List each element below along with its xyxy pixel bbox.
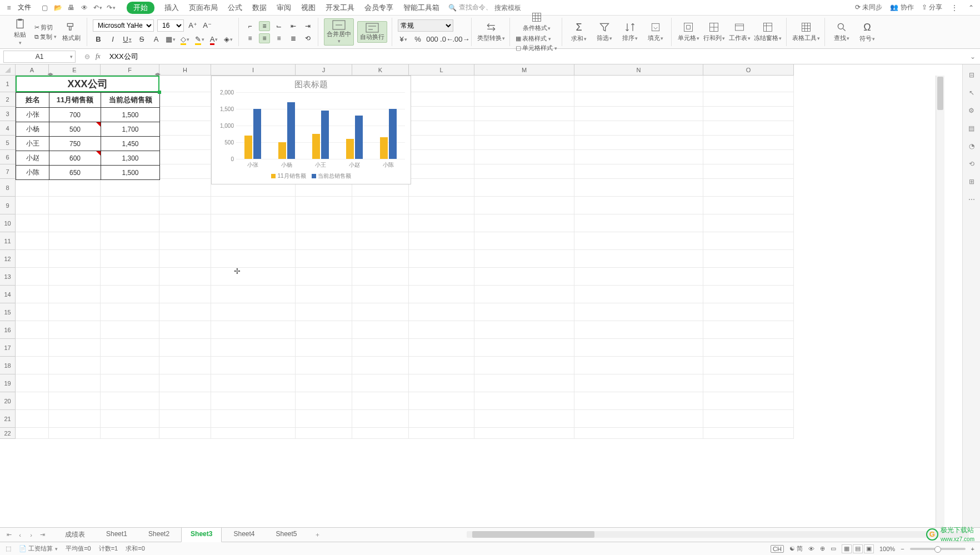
thousands-icon[interactable]: 000 bbox=[427, 34, 438, 45]
collab-button[interactable]: 👥 协作 bbox=[890, 3, 913, 12]
row-header-20[interactable]: 20 bbox=[0, 392, 16, 410]
align-right-icon[interactable]: ≡ bbox=[273, 33, 284, 43]
redo-icon[interactable]: ↷▾ bbox=[107, 3, 116, 12]
font-color-button[interactable]: A▾ bbox=[208, 34, 219, 45]
row-header-19[interactable]: 19 bbox=[0, 374, 16, 392]
row-header-18[interactable]: 18 bbox=[0, 357, 16, 374]
indent-decrease-icon[interactable]: ⇤ bbox=[288, 21, 299, 31]
sum-button[interactable]: Σ求和▾ bbox=[568, 22, 590, 43]
row-header-15[interactable]: 15 bbox=[0, 303, 16, 321]
row-header-13[interactable]: 13 bbox=[0, 268, 16, 286]
highlight-button[interactable]: ✎▾ bbox=[194, 34, 205, 45]
format-painter-button[interactable]: 格式刷 bbox=[60, 22, 82, 42]
row-header-16[interactable]: 16 bbox=[0, 321, 16, 339]
row-header-6[interactable]: 6 bbox=[0, 150, 16, 164]
row-col-button[interactable]: 行和列▾ bbox=[703, 22, 725, 42]
worksheet-button[interactable]: 工作表▾ bbox=[728, 22, 751, 42]
row-header-22[interactable]: 22 bbox=[0, 428, 16, 439]
new-icon[interactable]: ▢ bbox=[40, 3, 49, 12]
zoom-out-icon[interactable]: − bbox=[901, 546, 904, 552]
decrease-decimal-icon[interactable]: .0← bbox=[441, 34, 452, 45]
merged-title-cell[interactable]: XXX公司 ◂▸ ◂▸ bbox=[16, 76, 159, 92]
freeze-panes-button[interactable]: 冻结窗格▾ bbox=[754, 22, 782, 42]
col-header-E[interactable]: E bbox=[49, 64, 101, 76]
zoom-slider[interactable] bbox=[910, 548, 966, 550]
tab-first-icon[interactable]: ⇤ bbox=[4, 531, 13, 539]
fill-button[interactable]: 填充▾ bbox=[644, 22, 667, 42]
row-header-3[interactable]: 3 bbox=[0, 107, 16, 121]
view-custom-icon[interactable]: ▣ bbox=[864, 544, 874, 553]
eye-icon[interactable]: 👁 bbox=[808, 546, 814, 552]
sort-button[interactable]: 排序▾ bbox=[619, 22, 641, 42]
italic-button[interactable]: I bbox=[107, 34, 118, 45]
merge-center-button[interactable]: 合并居中▾ bbox=[324, 18, 354, 46]
sheet-tab-成绩表[interactable]: 成绩表 bbox=[56, 527, 94, 542]
underline-button[interactable]: U▾ bbox=[122, 34, 133, 45]
side-collapse-icon[interactable]: ⊟ bbox=[967, 70, 977, 80]
increase-font-icon[interactable]: A⁺ bbox=[187, 20, 198, 31]
tab-next-icon[interactable]: › bbox=[27, 531, 36, 539]
col-header-J[interactable]: J bbox=[296, 64, 352, 76]
sheet-tab-Sheet3[interactable]: Sheet3 bbox=[181, 527, 222, 542]
type-convert-button[interactable]: 类型转换▾ bbox=[477, 22, 505, 42]
view-page-icon[interactable]: ▤ bbox=[853, 544, 863, 553]
percent-icon[interactable]: % bbox=[412, 34, 423, 45]
bold-button[interactable]: B bbox=[93, 34, 104, 45]
align-middle-icon[interactable]: ≡ bbox=[259, 21, 270, 31]
font-name-select[interactable]: Microsoft YaHei bbox=[93, 19, 154, 32]
row-header-12[interactable]: 12 bbox=[0, 250, 16, 268]
currency-icon[interactable]: ¥▾ bbox=[398, 34, 409, 45]
row-header-1[interactable]: 1 bbox=[0, 76, 16, 92]
col-header-F[interactable]: F bbox=[101, 64, 159, 76]
row-header-17[interactable]: 17 bbox=[0, 339, 16, 357]
col-header-M[interactable]: M bbox=[474, 64, 574, 76]
ribbon-tab-3[interactable]: 公式 bbox=[228, 2, 242, 14]
side-more-icon[interactable]: ⋯ bbox=[967, 194, 977, 204]
select-tool-icon[interactable]: ↖ bbox=[967, 88, 977, 98]
cell-button[interactable]: 单元格▾ bbox=[677, 22, 699, 42]
wrap-text-button[interactable]: 自动换行 bbox=[357, 21, 387, 43]
fx-icon[interactable]: fx bbox=[96, 52, 101, 61]
side-chart-icon[interactable]: ◔ bbox=[967, 141, 977, 151]
strike-button[interactable]: S bbox=[136, 34, 147, 45]
col-header-A[interactable]: A bbox=[16, 64, 49, 76]
sheet-tab-Sheet2[interactable]: Sheet2 bbox=[139, 527, 179, 542]
cell-mode-icon[interactable]: ▭ bbox=[831, 545, 836, 552]
horizontal-scrollbar[interactable] bbox=[467, 531, 969, 538]
ime-mode[interactable]: ☯ 简 bbox=[789, 544, 803, 553]
orientation-icon[interactable]: ⟲ bbox=[302, 33, 313, 43]
row-header-5[interactable]: 5 bbox=[0, 136, 16, 150]
search-templates-input[interactable] bbox=[494, 4, 561, 12]
border-button[interactable]: ▦▾ bbox=[165, 34, 176, 45]
paste-button[interactable]: 粘贴▾ bbox=[9, 18, 31, 46]
formula-input[interactable] bbox=[106, 52, 966, 61]
font-size-select[interactable]: 16 bbox=[157, 19, 184, 32]
table-style-button[interactable]: ▦ 表格样式▾ bbox=[516, 34, 557, 43]
col-header-N[interactable]: N bbox=[574, 64, 703, 76]
row-header-11[interactable]: 11 bbox=[0, 232, 16, 250]
undo-icon[interactable]: ↶▾ bbox=[93, 3, 102, 12]
find-button[interactable]: 查找▾ bbox=[831, 22, 853, 42]
menu-file[interactable]: 文件 bbox=[16, 3, 33, 12]
align-top-icon[interactable]: ⌐ bbox=[244, 21, 256, 31]
clear-format-button[interactable]: ◈▾ bbox=[223, 34, 234, 45]
side-style-icon[interactable]: ▤ bbox=[967, 123, 977, 133]
add-sheet-icon[interactable]: ＋ bbox=[313, 531, 322, 539]
side-settings-icon[interactable]: ⚙ bbox=[967, 106, 977, 116]
hamburger-icon[interactable]: ≡ bbox=[4, 3, 13, 12]
fill-color-button[interactable]: ◇▾ bbox=[179, 34, 191, 45]
typography-button[interactable]: A bbox=[151, 34, 162, 45]
spreadsheet-grid[interactable]: AEFHIJKLMNO 1234567891011121314151617181… bbox=[0, 64, 962, 527]
open-icon[interactable]: 📂 bbox=[53, 3, 62, 12]
align-left-icon[interactable]: ≡ bbox=[244, 33, 256, 43]
indent-increase-icon[interactable]: ⇥ bbox=[302, 21, 313, 31]
table-tools-button[interactable]: 表格工具▾ bbox=[792, 22, 820, 42]
sync-status[interactable]: ⟳ 未同步 bbox=[855, 3, 882, 12]
align-justify-icon[interactable]: ≣ bbox=[288, 33, 299, 43]
row-header-7[interactable]: 7 bbox=[0, 164, 16, 179]
align-center-icon[interactable]: ≡ bbox=[259, 33, 270, 43]
print-icon[interactable]: 🖶 bbox=[67, 3, 76, 12]
collapse-ribbon-icon[interactable]: ⌃ bbox=[967, 3, 976, 12]
zoom-value[interactable]: 100% bbox=[879, 546, 895, 552]
view-normal-icon[interactable]: ▦ bbox=[842, 544, 852, 553]
